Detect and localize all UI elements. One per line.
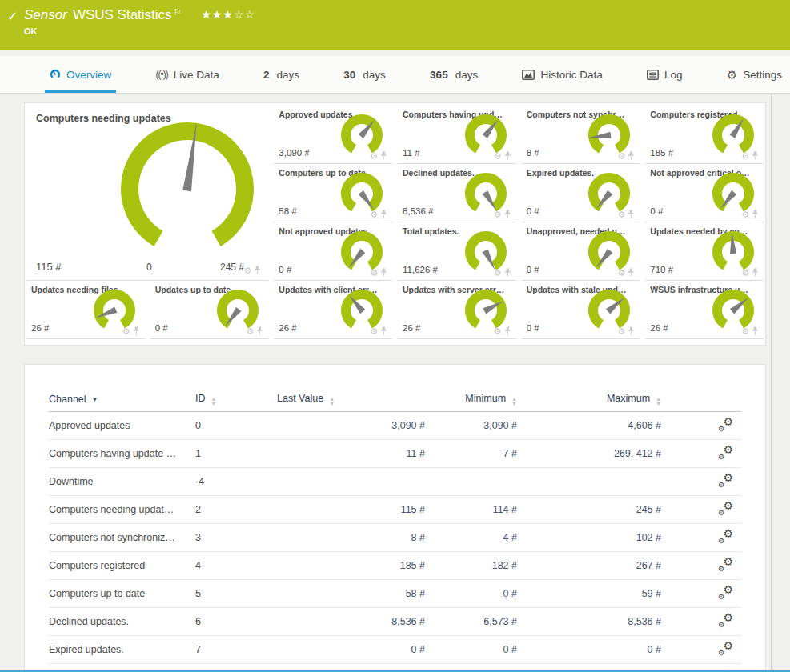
gauge-tile[interactable]: Updates with client err…26 #⚙	[274, 281, 392, 339]
gear-icon[interactable]: ⚙	[617, 269, 625, 278]
priority-stars[interactable]: ★★★☆☆	[201, 8, 255, 21]
pin-icon[interactable]	[254, 266, 261, 275]
channel-settings-icon[interactable]: ⚙⚙	[718, 418, 733, 430]
gauge-tile[interactable]: Updates with stale upd…0 #⚙	[522, 281, 640, 339]
gauge-tile[interactable]: Approved updates3,090 #⚙	[274, 106, 392, 164]
tab-2-days[interactable]: 2 days	[259, 56, 304, 93]
gauge-tile[interactable]: Updates needing files.26 #⚙	[26, 281, 145, 339]
gear-icon[interactable]: ⚙	[243, 266, 251, 275]
gauge-tile[interactable]: Updates up to date.0 #⚙	[150, 281, 269, 339]
table-row[interactable]: Approved updates03,090 #3,090 #4,606 #⚙⚙	[49, 412, 741, 440]
gauge-tile[interactable]: Not approved updates0 #⚙	[274, 222, 392, 281]
table-row[interactable]: Computers not synchroniz…38 #4 #102 #⚙⚙	[49, 524, 741, 552]
pin-icon[interactable]	[380, 268, 387, 278]
gear-icon[interactable]: ⚙	[617, 327, 625, 336]
tab-live-data[interactable]: ((•)) Live Data	[151, 56, 224, 93]
col-header-id[interactable]: ID▲▼	[195, 386, 277, 412]
table-row[interactable]: Computers having update …111 #7 #269, 41…	[49, 440, 741, 468]
pin-icon[interactable]	[628, 326, 635, 336]
channel-settings-icon[interactable]: ⚙⚙	[718, 558, 733, 570]
gear-icon[interactable]: ⚙	[370, 152, 378, 161]
cell-maximum: 267 #	[517, 552, 661, 580]
gauge-tile[interactable]: Unapproved, needed u…0 #⚙	[522, 222, 640, 281]
channel-settings-icon[interactable]: ⚙⚙	[718, 530, 733, 542]
gear-icon[interactable]: ⚙	[246, 327, 254, 336]
table-row[interactable]: Downtime-4⚙⚙	[49, 468, 741, 496]
gauge-tile[interactable]: Not approved critical o…0 #⚙	[645, 164, 764, 222]
table-row[interactable]: Computers up to date558 #0 #59 #⚙⚙	[49, 580, 741, 608]
tab-label: Log	[664, 69, 683, 81]
gauge-tile[interactable]: Computers having upd…11 #⚙	[398, 106, 516, 164]
gauge-value: 0 #	[527, 265, 539, 274]
gear-icon[interactable]: ⚙	[370, 327, 378, 336]
table-row[interactable]: Expired updates.70 #0 #0 #⚙⚙	[49, 636, 741, 664]
gear-icon[interactable]: ⚙	[494, 210, 502, 219]
gauge-tile[interactable]: Total updates.11,626 #⚙	[398, 222, 516, 281]
gauge-tile-primary[interactable]: Computers needing updates 115 # 0 245 # …	[26, 106, 268, 281]
gear-icon[interactable]: ⚙	[494, 327, 502, 336]
gear-icon[interactable]: ⚙	[741, 210, 749, 219]
gear-icon[interactable]: ⚙	[741, 152, 749, 161]
pin-icon[interactable]	[380, 151, 387, 161]
gauge-value: 0 #	[650, 206, 663, 216]
pin-icon[interactable]	[504, 151, 511, 161]
gear-icon[interactable]: ⚙	[617, 152, 625, 161]
gauge-tile[interactable]: Computers registered185 #⚙	[645, 106, 764, 164]
pin-icon[interactable]	[504, 210, 511, 219]
sensor-type-label: Sensor	[24, 7, 67, 22]
pin-icon[interactable]	[504, 268, 511, 278]
pin-icon[interactable]	[380, 210, 387, 219]
gauge-tile[interactable]: Declined updates.8,536 #⚙	[398, 164, 516, 222]
channel-settings-icon[interactable]: ⚙⚙	[718, 502, 733, 514]
channel-settings-icon[interactable]: ⚙⚙	[718, 586, 733, 598]
sort-both-icon: ▲▼	[511, 397, 517, 406]
pin-icon[interactable]	[504, 326, 511, 336]
tab-30-days[interactable]: 30 days	[339, 56, 391, 93]
gear-icon[interactable]: ⚙	[494, 152, 502, 161]
gear-icon[interactable]: ⚙	[741, 327, 749, 336]
gauge-tile[interactable]: WSUS infrastructure u…26 #⚙	[645, 281, 764, 339]
channel-settings-icon[interactable]: ⚙⚙	[718, 446, 733, 458]
tab-365-days[interactable]: 365 days	[425, 56, 483, 93]
gear-icon[interactable]: ⚙	[617, 210, 625, 219]
gauge-tile[interactable]: Computers up to date58 #⚙	[274, 164, 392, 222]
tab-label: Live Data	[174, 69, 219, 81]
tab-settings[interactable]: ⚙ Settings	[722, 56, 787, 93]
pin-icon[interactable]	[628, 268, 635, 278]
pin-icon[interactable]	[752, 210, 759, 219]
gear-icon[interactable]: ⚙	[494, 269, 502, 278]
tab-historic-data[interactable]: Historic Data	[517, 56, 607, 93]
channel-settings-icon[interactable]: ⚙⚙	[718, 614, 733, 626]
gear-icon[interactable]: ⚙	[122, 327, 130, 336]
pin-icon[interactable]	[628, 210, 635, 219]
gauge-value: 710 #	[650, 265, 673, 274]
channel-settings-icon[interactable]: ⚙⚙	[718, 474, 733, 486]
pin-icon[interactable]	[380, 326, 387, 336]
gauge-value: 0 #	[527, 206, 539, 216]
tab-log[interactable]: Log	[642, 56, 688, 93]
gauge-tile[interactable]: Expired updates.0 #⚙	[522, 164, 640, 222]
table-row[interactable]: Declined updates.68,536 #6,573 #8,536 #⚙…	[49, 608, 741, 636]
gear-icon[interactable]: ⚙	[370, 269, 378, 278]
tab-overview[interactable]: Overview	[45, 56, 116, 93]
pin-icon[interactable]	[628, 151, 635, 161]
pin-icon[interactable]	[752, 268, 759, 278]
col-header-minimum[interactable]: Minimum▲▼	[425, 386, 517, 412]
gear-icon[interactable]: ⚙	[370, 210, 378, 219]
gauge-tile[interactable]: Computers not synchr…8 #⚙	[522, 106, 640, 164]
channel-settings-icon[interactable]: ⚙⚙	[718, 642, 733, 654]
pin-icon[interactable]	[752, 326, 759, 336]
pin-icon[interactable]	[133, 326, 140, 336]
pin-icon[interactable]	[256, 326, 263, 336]
gauge-tile[interactable]: Updates needed by co…710 #⚙	[645, 222, 764, 281]
cell-maximum: 102 #	[517, 524, 661, 552]
gauge-tile[interactable]: Updates with server err…26 #⚙	[398, 281, 516, 339]
pin-icon[interactable]	[752, 151, 759, 161]
table-row[interactable]: Computers registered4185 #182 #267 #⚙⚙	[49, 552, 741, 580]
table-row[interactable]: Computers needing updat…2115 #114 #245 #…	[49, 496, 741, 524]
cell-last-value: 11 #	[277, 440, 425, 468]
col-header-channel[interactable]: Channel▼	[49, 386, 195, 412]
col-header-last-value[interactable]: Last Value▲▼	[277, 386, 425, 412]
col-header-maximum[interactable]: Maximum▲▼	[517, 386, 661, 412]
gear-icon[interactable]: ⚙	[741, 269, 749, 278]
